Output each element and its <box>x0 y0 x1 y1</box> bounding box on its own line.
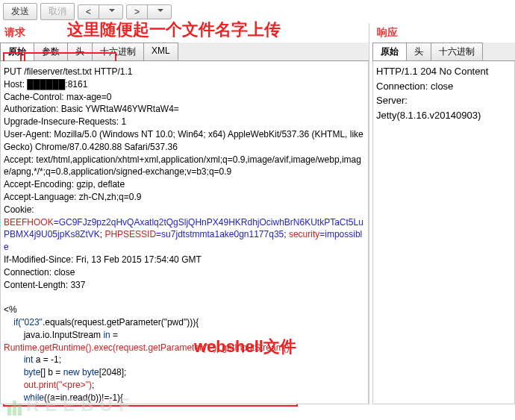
tab-raw-r[interactable]: 原始 <box>372 43 407 60</box>
nav-next-group: > <box>126 4 172 19</box>
response-line: HTTP/1.1 204 No Content <box>376 64 511 79</box>
response-tabs: 原始 头 十六进制 <box>372 43 515 61</box>
chevron-down-icon <box>157 9 163 15</box>
request-pane: 请求 原始 参数 头 十六进制 XML PUT /fileserver/test… <box>0 23 369 404</box>
tab-params[interactable]: 参数 <box>34 43 68 60</box>
response-line: Connection: close <box>376 79 511 94</box>
tab-hex[interactable]: 十六进制 <box>92 43 144 60</box>
chevron-down-icon <box>109 9 115 15</box>
response-title: 响应 <box>372 23 515 43</box>
request-tabs: 原始 参数 头 十六进制 XML <box>0 43 369 61</box>
tab-xml[interactable]: XML <box>143 43 178 60</box>
response-pane: 响应 原始 头 十六进制 HTTP/1.1 204 No Content Con… <box>369 23 515 404</box>
tab-raw[interactable]: 原始 <box>0 43 34 60</box>
annotation-top: 这里随便起一个文件名字上传 <box>67 19 281 41</box>
response-content[interactable]: HTTP/1.1 204 No Content Connection: clos… <box>372 61 515 404</box>
prev-button[interactable]: < <box>78 4 99 19</box>
cancel-button[interactable]: 取消 <box>40 3 75 20</box>
request-content[interactable]: PUT /fileserver/test.txt HTTP/1.1 Host: … <box>0 61 369 404</box>
request-body: PUT /fileserver/test.txt HTTP/1.1 Host: … <box>4 66 365 404</box>
tab-hex-r[interactable]: 十六进制 <box>431 43 483 60</box>
send-button[interactable]: 发送 <box>3 3 37 20</box>
next-button[interactable]: > <box>126 4 148 19</box>
annotation-webshell: webshell文件 <box>194 336 296 358</box>
nav-prev-group: < <box>78 4 123 19</box>
tab-headers-r[interactable]: 头 <box>406 43 431 60</box>
prev-menu-button[interactable] <box>99 4 123 19</box>
tab-headers[interactable]: 头 <box>67 43 93 60</box>
next-menu-button[interactable] <box>147 4 172 19</box>
response-line: Server: Jetty(8.1.16.v20140903) <box>376 93 511 122</box>
